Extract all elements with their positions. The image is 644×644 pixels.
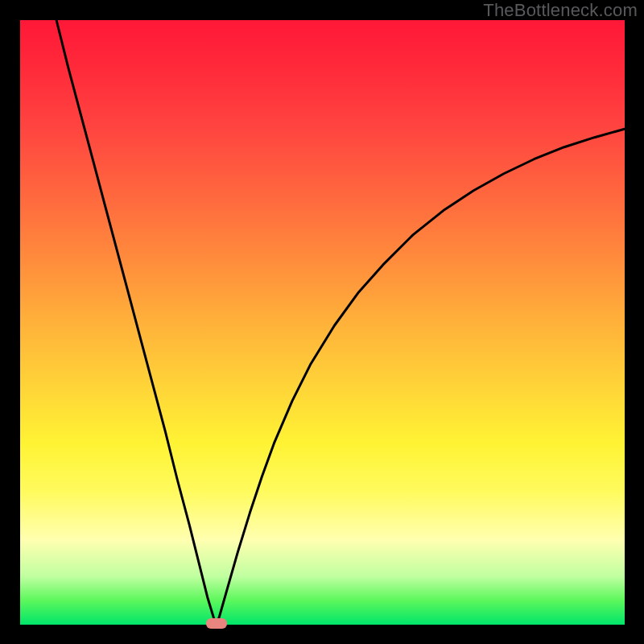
bottleneck-curve <box>56 20 625 625</box>
curve-svg <box>20 20 625 625</box>
optimal-marker <box>206 618 227 629</box>
chart-container: TheBottleneck.com <box>0 0 644 644</box>
watermark-text: TheBottleneck.com <box>483 0 638 21</box>
